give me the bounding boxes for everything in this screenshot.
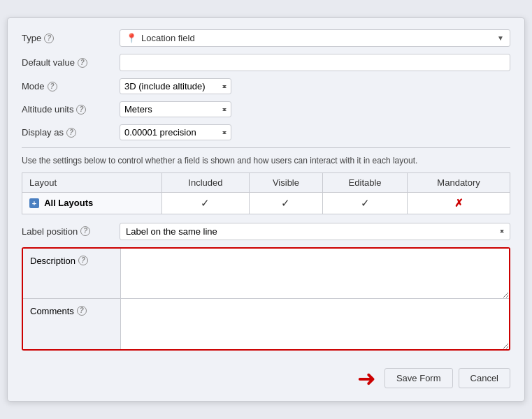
altitude-label: Altitude units ? <box>22 104 120 115</box>
info-text: Use the settings below to control whethe… <box>22 155 510 167</box>
mode-row: Mode ? 3D (include altitude) 2D Auto <box>22 78 510 94</box>
desc-comments-section: Description ? Comments ? <box>22 247 510 351</box>
layout-table: Layout Included Visible Editable Mandato… <box>22 172 510 214</box>
col-included: Included <box>161 172 249 192</box>
col-layout: Layout <box>22 172 162 192</box>
comments-label-text: Comments <box>30 306 74 316</box>
label-position-label: Label position ? <box>22 226 120 237</box>
col-mandatory: Mandatory <box>408 172 510 192</box>
mandatory-cross: ✗ <box>454 197 463 209</box>
editable-check: ✓ <box>361 197 370 209</box>
desc-textareas-panel <box>121 249 509 349</box>
arrow-container: ➜ Save Form Cancel <box>22 367 510 390</box>
type-label: Type ? <box>22 33 120 43</box>
mode-control: 3D (include altitude) 2D Auto <box>120 78 510 94</box>
default-value-row: Default value ? <box>22 54 510 71</box>
description-label-text: Description <box>30 256 76 266</box>
save-button[interactable]: Save Form <box>384 368 453 388</box>
display-select[interactable]: 0.00001 precision 0.0001 precision 0.001… <box>120 124 231 140</box>
type-value-text: Location field <box>141 33 494 43</box>
default-value-help-icon[interactable]: ? <box>78 58 87 68</box>
altitude-label-text: Altitude units <box>22 104 73 115</box>
col-visible: Visible <box>249 172 322 192</box>
display-label: Display as ? <box>22 127 120 138</box>
label-position-help-icon[interactable]: ? <box>80 226 90 236</box>
default-value-label: Default value ? <box>22 57 120 68</box>
mode-help-icon[interactable]: ? <box>48 82 57 91</box>
label-position-label-text: Label position <box>22 226 78 237</box>
altitude-help-icon[interactable]: ? <box>76 105 86 115</box>
label-position-row: Label position ? Label on the same line … <box>22 223 510 240</box>
layout-name-text: All Layouts <box>44 198 93 208</box>
type-control: 📍 Location field ▼ <box>120 29 510 47</box>
divider-1 <box>22 147 510 148</box>
type-help-icon[interactable]: ? <box>44 34 54 43</box>
type-label-text: Type <box>22 33 41 43</box>
field-settings-dialog: Type ? 📍 Location field ▼ Default value … <box>7 17 525 402</box>
mandatory-cell: ✗ <box>408 192 510 214</box>
comments-textarea[interactable] <box>121 299 509 349</box>
type-dropdown-arrow: ▼ <box>497 34 504 42</box>
expand-icon[interactable]: + <box>29 198 39 208</box>
display-help-icon[interactable]: ? <box>66 128 76 138</box>
included-cell: ✓ <box>161 192 249 214</box>
visible-cell: ✓ <box>249 192 322 214</box>
comments-label-item: Comments ? <box>23 299 120 349</box>
table-row: + All Layouts ✓ ✓ ✓ ✗ <box>22 192 510 214</box>
altitude-row: Altitude units ? Meters Feet <box>22 101 510 117</box>
label-position-select[interactable]: Label on the same line Label above No la… <box>120 223 510 240</box>
altitude-control: Meters Feet <box>120 101 510 117</box>
visible-check: ✓ <box>281 197 290 209</box>
label-position-control: Label on the same line Label above No la… <box>120 223 510 240</box>
table-header-row: Layout Included Visible Editable Mandato… <box>22 172 510 192</box>
comments-help-icon[interactable]: ? <box>77 306 87 316</box>
included-check: ✓ <box>201 197 210 209</box>
display-row: Display as ? 0.00001 precision 0.0001 pr… <box>22 124 510 140</box>
default-value-control <box>120 54 510 71</box>
display-control: 0.00001 precision 0.0001 precision 0.001… <box>120 124 510 140</box>
mode-select[interactable]: 3D (include altitude) 2D Auto <box>120 78 231 94</box>
mode-label-text: Mode <box>22 81 45 91</box>
cancel-button[interactable]: Cancel <box>459 368 510 388</box>
description-help-icon[interactable]: ? <box>78 256 88 265</box>
col-editable: Editable <box>323 172 408 192</box>
type-row: Type ? 📍 Location field ▼ <box>22 29 510 47</box>
default-value-label-text: Default value <box>22 57 75 68</box>
mode-label: Mode ? <box>22 81 120 91</box>
display-label-text: Display as <box>22 127 64 138</box>
altitude-select[interactable]: Meters Feet <box>120 101 231 117</box>
description-textarea[interactable] <box>121 249 509 299</box>
arrow-right-icon: ➜ <box>357 367 376 390</box>
location-pin-icon: 📍 <box>126 33 137 43</box>
editable-cell: ✓ <box>323 192 408 214</box>
desc-labels-panel: Description ? Comments ? <box>23 249 121 349</box>
layout-name-cell: + All Layouts <box>22 192 162 214</box>
bottom-bar: ➜ Save Form Cancel <box>22 362 510 390</box>
type-dropdown[interactable]: 📍 Location field ▼ <box>120 29 510 47</box>
default-value-input[interactable] <box>120 54 510 71</box>
description-label-item: Description ? <box>23 249 120 299</box>
